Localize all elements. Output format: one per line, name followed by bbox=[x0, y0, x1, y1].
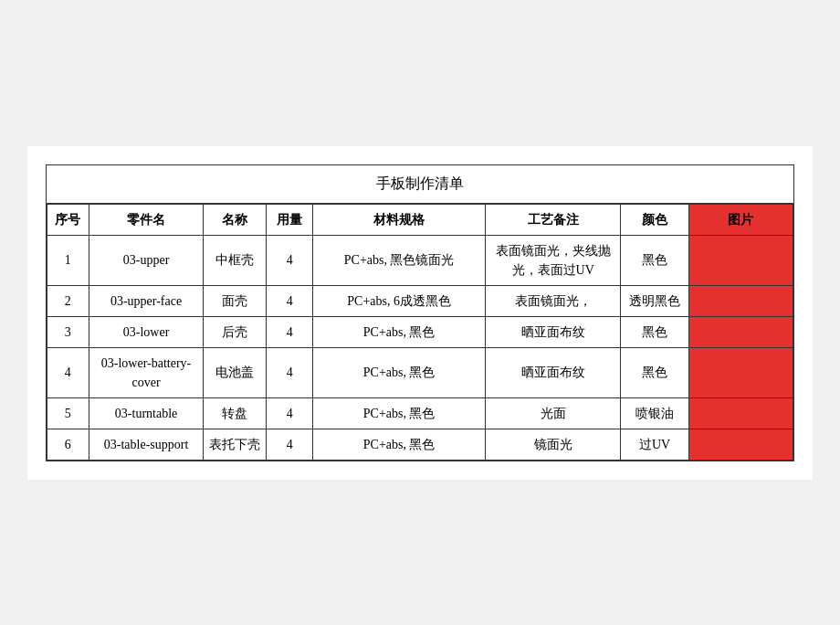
cell-part-code: 03-upper-face bbox=[89, 285, 204, 316]
cell-quantity: 4 bbox=[266, 316, 312, 347]
cell-process: 光面 bbox=[485, 397, 621, 429]
cell-process: 表面镜面光， bbox=[485, 285, 621, 316]
header-process: 工艺备注 bbox=[485, 204, 621, 235]
cell-name: 中框壳 bbox=[204, 235, 267, 285]
cell-process: 表面镜面光，夹线抛光，表面过UV bbox=[485, 235, 621, 285]
table-row: 403-lower-battery-cover电池盖4PC+abs, 黑色晒亚面… bbox=[47, 347, 793, 397]
cell-quantity: 4 bbox=[266, 347, 312, 397]
cell-color: 黑色 bbox=[621, 347, 688, 397]
cell-image bbox=[688, 235, 793, 285]
cell-spec: PC+abs, 黑色 bbox=[313, 397, 486, 429]
table-container: 手板制作清单 序号 零件名 名称 用量 材料规格 工艺备注 颜色 图片 103-… bbox=[46, 164, 794, 461]
header-name: 名称 bbox=[204, 204, 267, 235]
cell-spec: PC+abs, 黑色 bbox=[313, 316, 486, 347]
cell-seq: 6 bbox=[47, 429, 89, 460]
table-row: 503-turntable转盘4PC+abs, 黑色光面喷银油 bbox=[47, 397, 793, 429]
header-part-code: 零件名 bbox=[89, 204, 204, 235]
cell-color: 黑色 bbox=[621, 316, 688, 347]
cell-seq: 2 bbox=[47, 285, 89, 316]
cell-image bbox=[688, 316, 793, 347]
cell-process: 晒亚面布纹 bbox=[485, 316, 621, 347]
table-row: 603-table-support表托下壳4PC+abs, 黑色镜面光过UV bbox=[47, 429, 793, 460]
cell-quantity: 4 bbox=[266, 285, 312, 316]
header-row: 序号 零件名 名称 用量 材料规格 工艺备注 颜色 图片 bbox=[47, 204, 793, 235]
header-color: 颜色 bbox=[621, 204, 688, 235]
table-row: 303-lower后壳4PC+abs, 黑色晒亚面布纹黑色 bbox=[47, 316, 793, 347]
header-quantity: 用量 bbox=[266, 204, 312, 235]
cell-seq: 4 bbox=[47, 347, 89, 397]
header-spec: 材料规格 bbox=[313, 204, 486, 235]
cell-color: 喷银油 bbox=[621, 397, 688, 429]
cell-seq: 1 bbox=[47, 235, 89, 285]
header-seq: 序号 bbox=[47, 204, 89, 235]
cell-spec: PC+abs, 黑色镜面光 bbox=[313, 235, 486, 285]
table-row: 103-upper中框壳4PC+abs, 黑色镜面光表面镜面光，夹线抛光，表面过… bbox=[47, 235, 793, 285]
page-wrapper: 手板制作清单 序号 零件名 名称 用量 材料规格 工艺备注 颜色 图片 103-… bbox=[27, 146, 813, 480]
cell-quantity: 4 bbox=[266, 397, 312, 429]
cell-name: 后壳 bbox=[204, 316, 267, 347]
cell-part-code: 03-turntable bbox=[89, 397, 204, 429]
cell-part-code: 03-upper bbox=[89, 235, 204, 285]
cell-spec: PC+abs, 黑色 bbox=[313, 429, 486, 460]
header-image: 图片 bbox=[688, 204, 793, 235]
cell-image bbox=[688, 285, 793, 316]
cell-color: 黑色 bbox=[621, 235, 688, 285]
cell-image bbox=[688, 347, 793, 397]
cell-name: 表托下壳 bbox=[204, 429, 267, 460]
cell-process: 晒亚面布纹 bbox=[485, 347, 621, 397]
cell-name: 面壳 bbox=[204, 285, 267, 316]
main-table: 序号 零件名 名称 用量 材料规格 工艺备注 颜色 图片 103-upper中框… bbox=[47, 204, 793, 461]
cell-part-code: 03-table-support bbox=[89, 429, 204, 460]
cell-name: 转盘 bbox=[204, 397, 267, 429]
cell-color: 过UV bbox=[621, 429, 688, 460]
cell-spec: PC+abs, 黑色 bbox=[313, 347, 486, 397]
cell-part-code: 03-lower bbox=[89, 316, 204, 347]
cell-seq: 5 bbox=[47, 397, 89, 429]
cell-part-code: 03-lower-battery-cover bbox=[89, 347, 204, 397]
cell-spec: PC+abs, 6成透黑色 bbox=[313, 285, 486, 316]
cell-seq: 3 bbox=[47, 316, 89, 347]
cell-name: 电池盖 bbox=[204, 347, 267, 397]
table-row: 203-upper-face面壳4PC+abs, 6成透黑色表面镜面光，透明黑色 bbox=[47, 285, 793, 316]
cell-color: 透明黑色 bbox=[621, 285, 688, 316]
cell-quantity: 4 bbox=[266, 235, 312, 285]
cell-process: 镜面光 bbox=[485, 429, 621, 460]
table-title: 手板制作清单 bbox=[47, 165, 793, 204]
cell-image bbox=[688, 397, 793, 429]
cell-image bbox=[688, 429, 793, 460]
cell-quantity: 4 bbox=[266, 429, 312, 460]
